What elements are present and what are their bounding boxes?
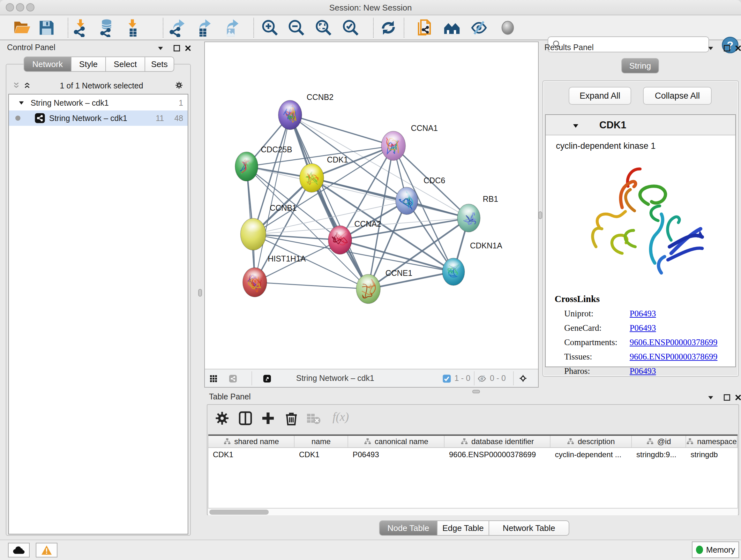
function-builder-button[interactable]: f(x) — [333, 410, 349, 424]
delete-column-button[interactable] — [284, 411, 299, 426]
node-label-CDK1: CDK1 — [327, 155, 348, 164]
column-header-name[interactable]: name — [294, 436, 348, 447]
result-section-header[interactable]: CDK1 — [546, 115, 735, 135]
grid-view-button[interactable] — [209, 372, 222, 385]
crosslink-value-link[interactable]: P06493 — [630, 366, 656, 376]
network-node-CDC25B[interactable] — [235, 152, 258, 181]
table-settings-button[interactable] — [214, 411, 230, 426]
network-canvas[interactable]: CCNB2CCNA1CDC25BCDK1CDC6RB1CCNB1CCNA2CDK… — [205, 42, 538, 369]
control-panel-close-button[interactable] — [184, 44, 192, 52]
save-session-button[interactable] — [37, 18, 56, 37]
import-table-button[interactable] — [124, 18, 142, 37]
toolbar-separator — [253, 18, 254, 38]
crosslink-value-link[interactable]: P06493 — [630, 323, 656, 333]
document-share-icon — [415, 18, 434, 37]
network-tree-root-row[interactable]: String Network – cdk1 1 — [9, 95, 188, 111]
control-panel-tabs: NetworkStyleSelectSets — [23, 57, 174, 72]
tab-sets[interactable]: Sets — [145, 57, 174, 72]
create-column-button[interactable] — [260, 411, 276, 426]
results-panel-menu-button[interactable] — [706, 44, 715, 52]
network-node-CCNB2[interactable] — [278, 100, 302, 130]
column-header-shared-name[interactable]: shared name — [208, 436, 294, 447]
table-panel-close-button[interactable] — [734, 393, 741, 401]
control-panel-float-button[interactable] — [173, 44, 181, 52]
network-node-CCNE1[interactable] — [356, 274, 381, 304]
hidden-nodes-edges-count: 0 - 0 — [490, 374, 506, 383]
export-image-button[interactable] — [221, 18, 240, 37]
toggle-enhanced-labels-button[interactable] — [470, 18, 488, 37]
tab-string[interactable]: String — [621, 58, 659, 73]
zoom-out-button[interactable] — [287, 18, 306, 37]
table-hscrollbar-thumb[interactable] — [209, 509, 269, 515]
column-header-description[interactable]: description — [550, 436, 632, 447]
column-header--id[interactable]: @id — [632, 436, 686, 447]
network-node-HIST1H1A[interactable] — [243, 267, 267, 297]
refresh-layout-button[interactable] — [379, 18, 398, 37]
birdseye-view-button[interactable] — [263, 372, 277, 386]
tab-edge-table[interactable]: Edge Table — [437, 520, 489, 536]
zoom-in-button[interactable] — [261, 18, 279, 37]
copy-network-button[interactable] — [415, 18, 434, 37]
crosslink-value-link[interactable]: 9606.ENSP00000378699 — [630, 337, 718, 348]
control-panel-menu-button[interactable] — [156, 44, 165, 52]
network-node-CCNB1[interactable] — [241, 219, 266, 250]
network-node-CDKN1A[interactable] — [442, 258, 465, 286]
split-panel-button[interactable] — [238, 411, 253, 426]
string-result-section: CDK1 cyclin-dependent kinase 1 — [545, 114, 736, 367]
node-label-CCNB1: CCNB1 — [270, 203, 296, 212]
control-panel: Control Panel NetworkStyleSelectSets 1 o… — [3, 42, 194, 538]
crosslink-value-link[interactable]: 9606.ENSP00000378699 — [630, 352, 718, 362]
import-network-button[interactable] — [72, 18, 90, 37]
tab-network[interactable]: Network — [23, 57, 71, 72]
network-node-CDC6[interactable] — [396, 187, 418, 214]
string-home-button[interactable] — [443, 18, 461, 37]
node-label-RB1: RB1 — [483, 194, 498, 203]
protein-structure-image — [573, 155, 711, 286]
column-header-canonical-name[interactable]: canonical name — [348, 436, 445, 447]
network-list-options-button[interactable] — [175, 79, 187, 91]
open-session-button[interactable] — [13, 18, 31, 37]
results-panel-float-button[interactable] — [723, 44, 731, 52]
network-collection-label: String Network – cdk1 — [30, 98, 109, 108]
zoom-fit-button[interactable] — [314, 18, 333, 37]
column-header-database-identifier[interactable]: database identifier — [445, 436, 550, 447]
network-tree-child-row[interactable]: String Network – cdk1 11 48 — [9, 111, 188, 126]
table-panel-menu-button[interactable] — [706, 393, 715, 401]
selected-checkbox-icon[interactable] — [442, 374, 452, 383]
memory-button[interactable]: Memory — [692, 542, 739, 558]
results-panel-close-button[interactable] — [734, 44, 741, 52]
show-graphics-details-button[interactable] — [498, 18, 517, 37]
cloud-status-button[interactable] — [8, 543, 30, 557]
warning-status-button[interactable] — [36, 543, 57, 557]
network-edge-CCNB1-CDKN1A[interactable] — [253, 234, 454, 272]
table-row[interactable]: CDK1CDK1P064939606.ENSP00000378699cyclin… — [208, 448, 738, 461]
tab-node-table[interactable]: Node Table — [379, 520, 437, 536]
import-network-from-database-button[interactable] — [97, 18, 116, 37]
expand-all-networks-button[interactable] — [23, 81, 31, 89]
export-table-button[interactable] — [194, 18, 212, 37]
network-node-RB1[interactable] — [457, 204, 480, 232]
tab-select[interactable]: Select — [106, 57, 145, 72]
toolbar-separator — [373, 18, 374, 38]
network-edge-CCNB2-CCNA1[interactable] — [290, 115, 394, 146]
table-panel-float-button[interactable] — [723, 393, 731, 401]
fit-content-button[interactable] — [519, 371, 534, 386]
tab-network-table[interactable]: Network Table — [489, 520, 569, 536]
crosslink-value-link[interactable]: P06493 — [630, 309, 656, 319]
expand-all-button[interactable]: Expand All — [569, 87, 631, 105]
column-header-namespace[interactable]: namespace — [686, 436, 738, 447]
network-node-CCNA1[interactable] — [381, 131, 406, 161]
network-share-view-button[interactable] — [229, 372, 243, 386]
window-title: Session: New Session — [0, 3, 741, 13]
zoom-selected-button[interactable] — [341, 18, 360, 37]
results-panel: Results Panel String Expand All Collapse… — [540, 42, 741, 380]
network-node-CCNA2[interactable] — [328, 226, 352, 254]
left-splitter-handle[interactable] — [198, 289, 202, 297]
network-edge-HIST1H1A-CCNE1[interactable] — [255, 282, 368, 289]
collapse-all-button[interactable]: Collapse All — [643, 87, 712, 105]
collapse-all-networks-button[interactable] — [12, 81, 20, 89]
tab-style[interactable]: Style — [71, 57, 106, 72]
delete-table-button[interactable] — [306, 411, 321, 426]
export-network-button[interactable] — [167, 18, 186, 37]
network-node-CDK1[interactable] — [300, 164, 324, 192]
